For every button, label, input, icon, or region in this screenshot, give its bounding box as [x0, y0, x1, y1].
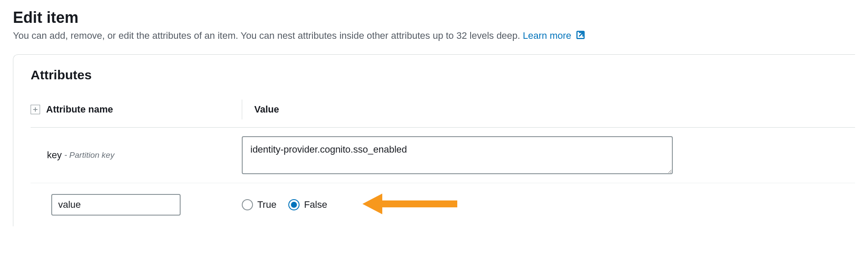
header-divider	[242, 100, 242, 119]
expand-all-icon[interactable]	[31, 105, 40, 114]
radio-false-label: False	[304, 199, 327, 210]
key-value-input[interactable]	[242, 136, 673, 174]
boolean-radio-group: True False	[242, 199, 327, 210]
external-link-icon	[576, 30, 585, 42]
radio-false[interactable]: False	[288, 199, 327, 210]
learn-more-label: Learn more	[523, 30, 571, 41]
attribute-hint-partition-key: - Partition key	[64, 150, 114, 160]
table-row: True False	[31, 183, 855, 226]
radio-dot-icon	[291, 202, 297, 208]
svg-rect-4	[380, 200, 457, 207]
attribute-name-cell	[31, 194, 242, 216]
panel-title: Attributes	[31, 68, 855, 82]
radio-circle-icon	[288, 199, 300, 210]
attribute-name-cell: key - Partition key	[31, 150, 242, 161]
attributes-panel: Attributes Attribute name Value key - Pa…	[13, 54, 855, 226]
table-header: Attribute name Value	[31, 100, 855, 128]
value-cell: True False	[242, 199, 855, 210]
attribute-name-key: key	[47, 150, 62, 161]
column-header-attribute-name: Attribute name	[46, 104, 113, 115]
radio-true[interactable]: True	[242, 199, 276, 210]
arrow-annotation-icon	[362, 191, 462, 219]
page-description: You can add, remove, or edit the attribu…	[13, 30, 855, 42]
table-row: key - Partition key	[31, 128, 855, 183]
value-cell	[242, 136, 855, 174]
attribute-name-input[interactable]	[51, 194, 181, 216]
radio-true-label: True	[257, 199, 276, 210]
column-header-value: Value	[254, 104, 279, 115]
radio-circle-icon	[242, 199, 253, 210]
description-text: You can add, remove, or edit the attribu…	[13, 30, 520, 41]
svg-marker-5	[362, 194, 382, 214]
learn-more-link[interactable]: Learn more	[523, 30, 585, 41]
page-title: Edit item	[13, 9, 855, 27]
